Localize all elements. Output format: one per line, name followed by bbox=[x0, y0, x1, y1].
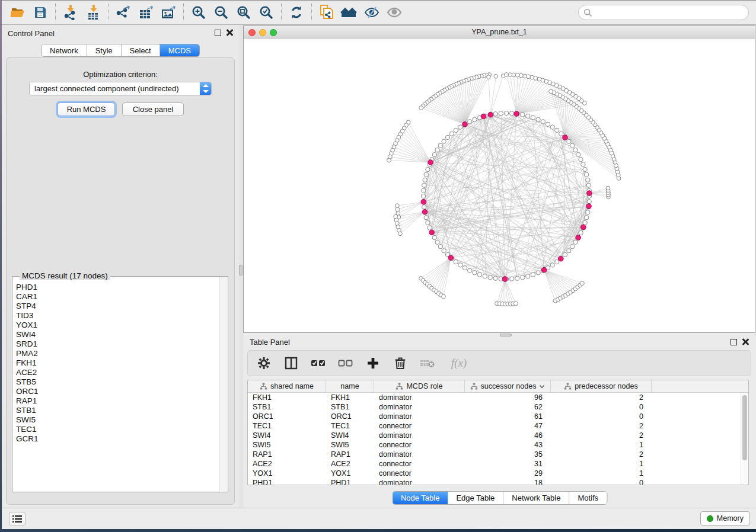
run-mcds-button[interactable]: Run MCDS bbox=[58, 102, 115, 116]
refresh-button[interactable] bbox=[285, 2, 308, 23]
mcds-result-item[interactable]: SWI5 bbox=[16, 415, 219, 425]
mcds-result-item[interactable]: RAP1 bbox=[16, 396, 219, 406]
tab-select[interactable]: Select bbox=[122, 44, 160, 56]
zoom-selected-button[interactable] bbox=[255, 2, 277, 23]
float-panel-icon[interactable] bbox=[215, 30, 221, 36]
memory-button[interactable]: Memory bbox=[700, 511, 750, 525]
mcds-result-item[interactable]: SWI4 bbox=[16, 330, 219, 339]
horizontal-splitter-grip[interactable] bbox=[500, 334, 512, 336]
show-graphics-details-button[interactable] bbox=[383, 2, 406, 23]
search-input[interactable] bbox=[592, 8, 748, 17]
mcds-result-item[interactable]: TID3 bbox=[16, 311, 219, 321]
open-file-button[interactable] bbox=[7, 2, 29, 23]
table-row[interactable]: RAP1RAP1dominator352 bbox=[248, 450, 741, 459]
cell-name: SWI5 bbox=[326, 441, 374, 449]
mcds-result-item[interactable]: YOX1 bbox=[16, 321, 219, 330]
column-header-MCDS-role[interactable]: MCDS role bbox=[374, 380, 465, 392]
tab-motifs[interactable]: Motifs bbox=[569, 492, 607, 504]
zoom-out-icon bbox=[213, 5, 229, 20]
eye-slash-icon bbox=[363, 5, 380, 20]
table-row[interactable]: STB1STB1dominator620 bbox=[248, 402, 741, 412]
column-header-predecessor-nodes[interactable]: predecessor nodes bbox=[551, 380, 652, 392]
deselect-all-rows-button[interactable] bbox=[338, 355, 353, 371]
mcds-result-scrollbar[interactable] bbox=[219, 277, 227, 491]
cell-mcds_role: dominator bbox=[374, 431, 465, 440]
show-columns-button[interactable] bbox=[283, 355, 299, 371]
cell-predecessor_nodes: 1 bbox=[551, 460, 652, 468]
table-scrollbar[interactable] bbox=[741, 393, 748, 485]
close-panel-icon[interactable] bbox=[742, 338, 749, 345]
cell-predecessor_nodes: 2 bbox=[551, 450, 652, 459]
table-row[interactable]: ACE2ACE2connector311 bbox=[248, 459, 741, 469]
tab-network-table[interactable]: Network Table bbox=[503, 492, 569, 504]
splitter-grip[interactable] bbox=[239, 265, 243, 275]
cell-name: ACE2 bbox=[326, 460, 374, 468]
tab-style[interactable]: Style bbox=[87, 44, 122, 56]
mcds-result-item[interactable]: STB1 bbox=[16, 406, 219, 415]
column-header-name[interactable]: name bbox=[326, 380, 374, 392]
mcds-result-item[interactable]: PMA2 bbox=[16, 349, 219, 358]
tab-edge-table[interactable]: Edge Table bbox=[448, 492, 503, 504]
table-row[interactable]: FKH1FKH1dominator962 bbox=[248, 393, 741, 402]
import-table-button[interactable] bbox=[82, 2, 104, 23]
tab-network[interactable]: Network bbox=[42, 44, 87, 56]
mcds-result-item[interactable]: FKH1 bbox=[16, 358, 219, 368]
mcds-result-item[interactable]: STP4 bbox=[16, 302, 219, 311]
table-body: FKH1FKH1dominator962STB1STB1dominator620… bbox=[248, 393, 741, 485]
mcds-result-item[interactable]: GCR1 bbox=[16, 434, 219, 444]
mcds-result-item[interactable]: CAR1 bbox=[16, 292, 219, 302]
table-row[interactable]: SWI4SWI4dominator462 bbox=[248, 431, 741, 440]
table-row[interactable]: PHD1PHD1dominator180 bbox=[248, 478, 741, 485]
cell-mcds_role: dominator bbox=[374, 403, 465, 411]
delete-column-button[interactable] bbox=[393, 355, 408, 371]
cell-shared_name: RAP1 bbox=[248, 450, 326, 459]
search-box[interactable] bbox=[578, 5, 749, 20]
panel-menu-button[interactable] bbox=[9, 512, 25, 525]
network-canvas[interactable] bbox=[244, 39, 755, 332]
mcds-result-item[interactable]: ACE2 bbox=[16, 368, 219, 377]
tab-node-table[interactable]: Node Table bbox=[393, 492, 448, 504]
mcds-result-item[interactable]: STB5 bbox=[16, 377, 219, 387]
select-all-rows-button[interactable] bbox=[311, 355, 326, 371]
mcds-result-item[interactable]: PHD1 bbox=[16, 283, 219, 292]
export-image-button[interactable] bbox=[157, 2, 180, 23]
import-network-button[interactable] bbox=[59, 2, 82, 23]
close-panel-icon[interactable] bbox=[226, 29, 233, 36]
zoom-fit-button[interactable] bbox=[232, 2, 255, 23]
hide-graphics-details-button[interactable] bbox=[361, 2, 383, 23]
network-graph[interactable] bbox=[244, 39, 756, 333]
export-network-button[interactable] bbox=[112, 2, 135, 23]
column-header-shared-name[interactable]: shared name bbox=[248, 380, 326, 392]
function-builder-button: f(x) bbox=[447, 355, 471, 371]
memory-label: Memory bbox=[717, 514, 744, 523]
column-header-successor-nodes[interactable]: successor nodes bbox=[465, 380, 551, 392]
cell-predecessor_nodes: 1 bbox=[551, 469, 652, 477]
mcds-result-list[interactable]: PHD1CAR1STP4TID3YOX1SWI4SRD1PMA2FKH1ACE2… bbox=[16, 283, 219, 489]
column-type-icon bbox=[260, 383, 267, 390]
mcds-result-item[interactable]: ORC1 bbox=[16, 387, 219, 396]
cell-mcds_role: connector bbox=[374, 441, 465, 449]
clone-network-button[interactable] bbox=[315, 2, 338, 23]
table-row[interactable]: SWI5SWI5connector431 bbox=[248, 440, 741, 450]
mcds-result-item[interactable]: SRD1 bbox=[16, 339, 219, 349]
cell-successor_nodes: 61 bbox=[465, 412, 551, 421]
column-settings-button[interactable] bbox=[256, 355, 272, 371]
tab-mcds[interactable]: MCDS bbox=[160, 44, 199, 56]
table-row[interactable]: TEC1TEC1connector472 bbox=[248, 421, 741, 431]
mcds-result-item[interactable]: TEC1 bbox=[16, 425, 219, 434]
table-row[interactable]: YOX1YOX1connector291 bbox=[248, 469, 741, 478]
table-row[interactable]: ORC1ORC1dominator610 bbox=[248, 412, 741, 421]
scrollbar-thumb[interactable] bbox=[742, 395, 747, 460]
delete-table-icon bbox=[420, 358, 435, 368]
network-overview-button[interactable] bbox=[338, 2, 361, 23]
export-table-button[interactable] bbox=[135, 2, 157, 23]
zoom-out-button[interactable] bbox=[210, 2, 232, 23]
save-session-button[interactable] bbox=[29, 2, 52, 23]
network-window-titlebar[interactable]: YPA_prune.txt_1 bbox=[244, 26, 755, 39]
add-column-button[interactable] bbox=[365, 355, 381, 371]
vertical-splitter[interactable] bbox=[239, 25, 243, 508]
float-panel-icon[interactable] bbox=[731, 339, 737, 345]
zoom-in-button[interactable] bbox=[187, 2, 210, 23]
criterion-select[interactable]: largest connected component (undirected) bbox=[29, 82, 212, 95]
close-panel-button[interactable]: Close panel bbox=[122, 102, 184, 116]
